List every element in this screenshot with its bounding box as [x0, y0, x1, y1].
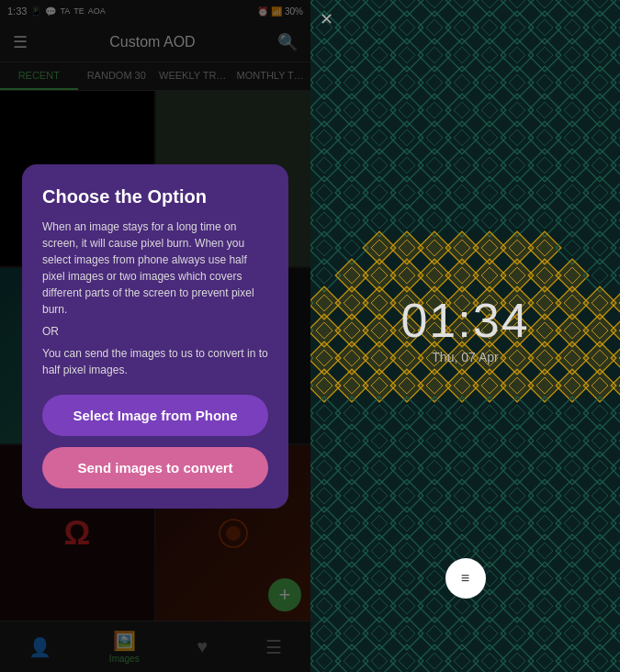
select-image-button[interactable]: Select Image from Phone — [42, 395, 268, 436]
aod-preview: ✕ 01:34 Thu, 07 Apr ≡ — [310, 0, 620, 672]
close-button[interactable]: ✕ — [320, 9, 333, 29]
modal-body2: You can send the images to us to convert… — [42, 345, 268, 378]
modal-or: OR — [42, 325, 268, 338]
aod-time: 01:34 — [400, 293, 529, 348]
modal-overlay: Choose the Option When an image stays fo… — [0, 0, 310, 672]
left-panel: 1:33 📱 💬 TA TE AOA ⏰ 📶 30% ☰ Custom AOD … — [0, 0, 310, 672]
modal-title: Choose the Option — [42, 186, 268, 207]
modal-box: Choose the Option When an image stays fo… — [22, 164, 288, 509]
aod-menu-icon: ≡ — [461, 570, 469, 587]
aod-menu-fab[interactable]: ≡ — [445, 558, 486, 599]
aod-date: Thu, 07 Apr — [400, 350, 529, 364]
send-convert-button[interactable]: Send images to convert — [42, 447, 268, 488]
aod-clock: 01:34 Thu, 07 Apr — [400, 293, 529, 364]
modal-body: When an image stays for a long time on s… — [42, 218, 268, 318]
